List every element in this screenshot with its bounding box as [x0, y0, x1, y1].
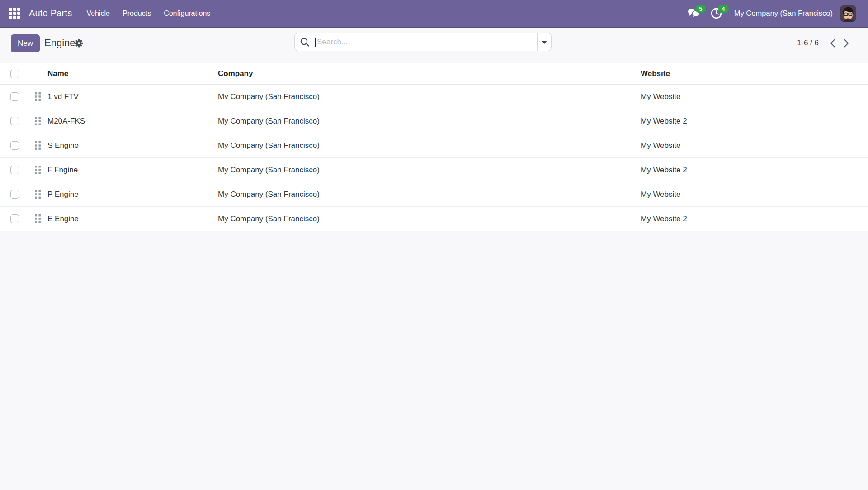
- cell-website: My Website 2: [641, 117, 868, 126]
- table-row[interactable]: M20A-FKS My Company (San Francisco) My W…: [0, 109, 868, 133]
- cell-name: F Fngine: [47, 166, 218, 175]
- drag-handle[interactable]: [28, 165, 47, 175]
- cell-company: My Company (San Francisco): [218, 166, 641, 175]
- app-brand[interactable]: Auto Parts: [29, 8, 72, 19]
- actions-gear-button[interactable]: [75, 39, 84, 48]
- pager-next-button[interactable]: [840, 35, 853, 51]
- cell-website: My Website: [641, 190, 868, 199]
- drag-handle[interactable]: [28, 214, 47, 224]
- drag-handle[interactable]: [28, 190, 47, 199]
- table-row[interactable]: F Fngine My Company (San Francisco) My W…: [0, 158, 868, 182]
- drag-handle[interactable]: [28, 141, 47, 150]
- cell-website: My Website 2: [641, 166, 868, 175]
- cell-name: 1 vd FTV: [47, 92, 218, 101]
- select-all-checkbox[interactable]: [10, 70, 19, 78]
- pager-previous-button[interactable]: [826, 35, 840, 51]
- drag-dots-icon: [34, 165, 41, 175]
- table-row[interactable]: 1 vd FTV My Company (San Francisco) My W…: [0, 85, 868, 109]
- menu-item-configurations[interactable]: Configurations: [157, 0, 217, 27]
- drag-dots-icon: [34, 190, 41, 199]
- row-checkbox[interactable]: [10, 117, 19, 125]
- main-menu: Vehicle Products Configurations: [80, 0, 217, 27]
- cell-company: My Company (San Francisco): [218, 141, 641, 150]
- table-row[interactable]: P Engine My Company (San Francisco) My W…: [0, 182, 868, 207]
- menu-item-vehicle[interactable]: Vehicle: [80, 0, 116, 27]
- column-header-website[interactable]: Website: [641, 69, 868, 78]
- company-switcher[interactable]: My Company (San Francisco): [734, 9, 833, 18]
- chevron-down-icon: [542, 41, 547, 44]
- row-checkbox[interactable]: [10, 214, 19, 223]
- row-checkbox[interactable]: [10, 141, 19, 150]
- cell-website: My Website 2: [641, 214, 868, 224]
- top-navbar: Auto Parts Vehicle Products Configuratio…: [0, 0, 868, 28]
- grid-icon: [9, 8, 20, 19]
- drag-handle[interactable]: [28, 116, 47, 126]
- cell-name: P Engine: [47, 190, 218, 199]
- search-bar: [294, 33, 552, 51]
- drag-handle[interactable]: [28, 92, 47, 101]
- row-checkbox[interactable]: [10, 166, 19, 174]
- messages-count-badge: 5: [695, 5, 706, 13]
- cell-website: My Website: [641, 141, 868, 150]
- column-header-name[interactable]: Name: [47, 69, 218, 78]
- gear-icon: [75, 39, 83, 48]
- search-icon: [300, 38, 309, 47]
- new-button[interactable]: New: [11, 34, 40, 52]
- apps-menu-button[interactable]: [5, 0, 24, 27]
- row-checkbox[interactable]: [10, 190, 19, 199]
- user-avatar[interactable]: [840, 5, 856, 22]
- cell-company: My Company (San Francisco): [218, 92, 641, 101]
- messages-button[interactable]: 5: [686, 6, 702, 21]
- pager: 1-6 / 6: [797, 33, 853, 53]
- table-header-row: Name Company Website: [0, 63, 868, 85]
- row-checkbox[interactable]: [10, 92, 19, 101]
- table-row[interactable]: S Engine My Company (San Francisco) My W…: [0, 133, 868, 158]
- activities-button[interactable]: 4: [709, 6, 724, 21]
- chevron-left-icon: [830, 39, 835, 48]
- cell-website: My Website: [641, 92, 868, 101]
- cell-company: My Company (San Francisco): [218, 214, 641, 224]
- drag-dots-icon: [34, 92, 41, 101]
- cell-company: My Company (San Francisco): [218, 117, 641, 126]
- engine-list: Name Company Website 1 vd FTV My Company…: [0, 63, 868, 231]
- activities-count-badge: 4: [718, 5, 729, 13]
- page-title: Engine: [44, 33, 75, 53]
- cell-company: My Company (San Francisco): [218, 190, 641, 199]
- cell-name: E Engine: [47, 214, 218, 224]
- search-input[interactable]: [316, 33, 537, 51]
- table-row[interactable]: E Engine My Company (San Francisco) My W…: [0, 207, 868, 231]
- chevron-right-icon: [844, 39, 849, 48]
- table-body: 1 vd FTV My Company (San Francisco) My W…: [0, 85, 868, 231]
- pager-range: 1-6 / 6: [797, 38, 819, 48]
- cell-name: M20A-FKS: [47, 117, 218, 126]
- drag-dots-icon: [34, 141, 41, 150]
- drag-dots-icon: [34, 116, 41, 126]
- column-header-company[interactable]: Company: [218, 69, 641, 78]
- systray: 5 4 My Company (San Francisco): [686, 5, 856, 22]
- drag-dots-icon: [34, 214, 41, 224]
- control-panel: New Engine 1-6 / 6: [0, 28, 868, 63]
- cell-name: S Engine: [47, 141, 218, 150]
- search-options-toggle[interactable]: [537, 33, 551, 51]
- menu-item-products[interactable]: Products: [116, 0, 157, 27]
